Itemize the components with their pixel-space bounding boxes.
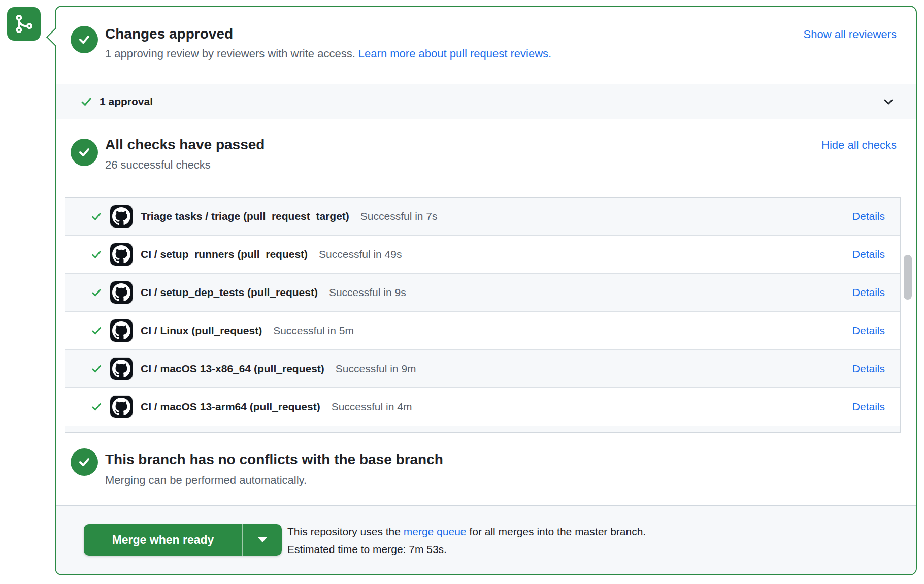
- conflicts-status-check-circle-icon: [71, 448, 98, 476]
- check-details-link[interactable]: Details: [852, 248, 885, 261]
- check-details-link[interactable]: Details: [852, 401, 885, 413]
- github-octocat-icon: [110, 243, 133, 266]
- check-details-link[interactable]: Details: [852, 210, 885, 222]
- check-icon: [90, 400, 103, 413]
- check-name: CI / setup_runners (pull_request): [141, 248, 308, 261]
- github-octocat-icon: [110, 319, 133, 342]
- checks-section-subtitle: 26 successful checks: [105, 158, 211, 172]
- check-name: CI / Linux (pull_request): [141, 325, 262, 337]
- check-row: CI / macOS 13-x86_64 (pull_request) Succ…: [65, 350, 900, 388]
- checks-section-title: All checks have passed: [105, 137, 265, 153]
- check-icon: [90, 286, 103, 299]
- github-octocat-icon: [110, 281, 133, 304]
- check-status: Successful in 9m: [336, 363, 416, 375]
- merge-options-dropdown-button[interactable]: [242, 524, 282, 556]
- git-merge-badge: [7, 7, 41, 41]
- partial-next-check-row: [65, 426, 900, 432]
- check-status: Successful in 4m: [332, 401, 412, 413]
- check-status: Successful in 5m: [273, 325, 354, 337]
- conflicts-section-subtitle: Merging can be performed automatically.: [105, 474, 307, 487]
- check-row: CI / Linux (pull_request) Successful in …: [65, 312, 900, 350]
- show-all-reviewers-link[interactable]: Show all reviewers: [804, 28, 897, 41]
- check-icon: [90, 362, 103, 375]
- check-details-link[interactable]: Details: [852, 363, 885, 375]
- approval-accordion-row[interactable]: 1 approval: [56, 84, 916, 119]
- review-status-check-circle-icon: [71, 26, 98, 53]
- info-prefix: This repository uses the: [287, 526, 404, 537]
- merge-queue-link[interactable]: merge queue: [404, 526, 467, 537]
- checks-scrollbar-thumb[interactable]: [904, 255, 912, 300]
- checks-list[interactable]: Triage tasks / triage (pull_request_targ…: [65, 197, 901, 433]
- hide-all-checks-link[interactable]: Hide all checks: [821, 139, 897, 152]
- check-status: Successful in 7s: [360, 210, 438, 222]
- check-details-link[interactable]: Details: [852, 325, 885, 337]
- check-icon: [90, 248, 103, 261]
- chevron-down-icon[interactable]: [881, 94, 896, 109]
- merge-when-ready-button-group: Merge when ready: [84, 524, 282, 556]
- github-octocat-icon: [110, 396, 133, 418]
- check-status: Successful in 49s: [319, 248, 402, 261]
- learn-more-link[interactable]: Learn more about pull request reviews.: [358, 47, 551, 60]
- check-status: Successful in 9s: [329, 286, 406, 299]
- check-name: CI / macOS 13-arm64 (pull_request): [141, 401, 320, 413]
- check-name: CI / setup_dep_tests (pull_request): [141, 286, 318, 299]
- check-name: Triage tasks / triage (pull_request_targ…: [141, 210, 349, 222]
- approval-count-label: 1 approval: [100, 95, 153, 108]
- check-name: CI / macOS 13-x86_64 (pull_request): [141, 363, 324, 375]
- merge-queue-info: This repository uses the merge queue for…: [287, 523, 646, 558]
- github-octocat-icon: [110, 358, 133, 380]
- conflicts-section-title: This branch has no conflicts with the ba…: [105, 451, 443, 468]
- review-section-subtitle: 1 approving review by reviewers with wri…: [105, 47, 551, 60]
- github-octocat-icon: [110, 205, 133, 228]
- review-section-title: Changes approved: [105, 26, 233, 42]
- check-row: CI / macOS 13-arm64 (pull_request) Succe…: [65, 388, 900, 426]
- check-row: CI / setup_runners (pull_request) Succes…: [65, 236, 900, 274]
- check-row: CI / setup_dep_tests (pull_request) Succ…: [65, 274, 900, 312]
- merge-when-ready-button[interactable]: Merge when ready: [84, 524, 242, 556]
- merge-box-card: Changes approved 1 approving review by r…: [55, 6, 917, 575]
- card-pointer-notch: [46, 28, 63, 46]
- check-icon: [90, 324, 103, 337]
- merge-footer: Merge when ready This repository uses th…: [56, 505, 916, 574]
- check-row: Triage tasks / triage (pull_request_targ…: [65, 198, 900, 236]
- checks-status-check-circle-icon: [71, 139, 98, 166]
- info-suffix: for all merges into the master branch.: [467, 526, 646, 537]
- merge-queue-info-line: This repository uses the merge queue for…: [287, 523, 646, 540]
- git-merge-icon: [14, 14, 34, 34]
- check-details-link[interactable]: Details: [852, 286, 885, 299]
- review-subtitle-text: 1 approving review by reviewers with wri…: [105, 47, 358, 60]
- dropdown-caret-icon: [258, 537, 267, 542]
- check-icon: [79, 94, 93, 109]
- check-icon: [90, 210, 103, 223]
- merge-estimate-line: Estimated time to merge: 7m 53s.: [287, 540, 646, 558]
